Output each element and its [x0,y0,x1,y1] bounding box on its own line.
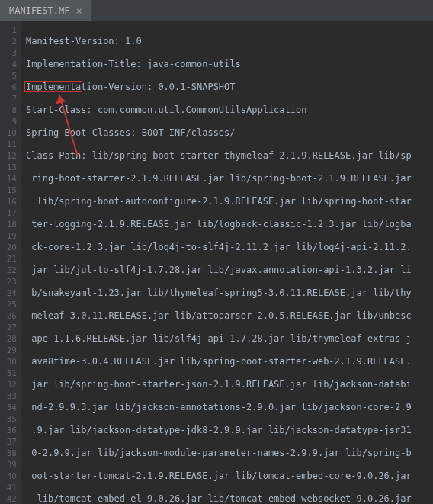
editor-content[interactable]: Manifest-Version: 1.0 Implementation-Tit… [21,21,433,504]
line-number: 29 [0,345,21,356]
code-line: ter-logging-2.1.9.RELEASE.jar lib/logbac… [26,219,433,230]
code-line: Class-Path: lib/spring-boot-starter-thym… [26,150,433,162]
line-gutter: 1 2 3 4 5 6 7 8 9 10 11 12 13 14 15 16 1… [0,21,21,504]
tab-bar: MANIFEST.MF × [0,0,433,21]
line-number: 5 [0,70,21,82]
line-number: 42 [0,493,21,504]
code-line: Spring-Boot-Classes: BOOT-INF/classes/ [26,127,433,139]
file-tab[interactable]: MANIFEST.MF × [0,0,91,21]
code-line: jar lib/spring-boot-starter-json-2.1.9.R… [26,379,433,390]
line-number: 8 [0,104,21,116]
code-line: lib/spring-boot-autoconfigure-2.1.9.RELE… [26,196,433,207]
line-number: 38 [0,448,21,459]
code-line: ck-core-1.2.3.jar lib/log4j-to-slf4j-2.1… [26,242,433,253]
code-line: lib/tomcat-embed-el-9.0.26.jar lib/tomca… [26,493,433,504]
line-number: 4 [0,59,21,70]
code-line: ring-boot-starter-2.1.9.RELEASE.jar lib/… [26,173,433,185]
editor-area: 1 2 3 4 5 6 7 8 9 10 11 12 13 14 15 16 1… [0,21,433,504]
line-number: 13 [0,162,21,173]
code-line: jar lib/jul-to-slf4j-1.7.28.jar lib/java… [26,265,433,276]
line-number: 32 [0,379,21,390]
line-number: 3 [0,47,21,59]
line-number: 7 [0,93,21,104]
line-number: 37 [0,436,21,448]
code-line: .9.jar lib/jackson-datatype-jdk8-2.9.9.j… [26,425,433,436]
line-number: 41 [0,482,21,493]
line-number: 23 [0,276,21,287]
line-number: 6 [0,82,21,93]
code-line: nd-2.9.9.3.jar lib/jackson-annotations-2… [26,402,433,413]
code-line: 0-2.9.9.jar lib/jackson-module-parameter… [26,448,433,459]
line-number: 11 [0,139,21,150]
line-number: 28 [0,333,21,345]
line-number: 40 [0,470,21,482]
close-icon[interactable]: × [75,5,82,16]
line-number: 10 [0,127,21,139]
code-line: Start-Class: com.common.util.CommonUtils… [26,104,433,116]
code-line: ape-1.1.6.RELEASE.jar lib/slf4j-api-1.7.… [26,333,433,345]
line-number: 14 [0,173,21,185]
line-number: 12 [0,150,21,162]
code-line: Implementation-Version: 0.0.1-SNAPSHOT [26,82,433,93]
line-number: 24 [0,287,21,299]
line-number: 35 [0,413,21,425]
line-number: 33 [0,390,21,402]
line-number: 2 [0,36,21,47]
tab-title: MANIFEST.MF [9,5,69,16]
line-number: 9 [0,116,21,127]
code-line: b/snakeyaml-1.23.jar lib/thymeleaf-sprin… [26,287,433,299]
line-number: 15 [0,185,21,196]
line-number: 18 [0,219,21,230]
line-number: 20 [0,242,21,253]
line-number: 26 [0,310,21,322]
code-line: Implementation-Title: java-common-utils [26,59,433,70]
line-number: 27 [0,322,21,333]
line-number: 34 [0,402,21,413]
code-line: ava8time-3.0.4.RELEASE.jar lib/spring-bo… [26,356,433,368]
line-number: 1 [0,24,21,36]
line-number: 16 [0,196,21,207]
code-line: Manifest-Version: 1.0 [26,36,433,47]
line-number: 17 [0,207,21,219]
line-number: 22 [0,265,21,276]
line-number: 36 [0,425,21,436]
line-number: 19 [0,230,21,242]
line-number: 39 [0,459,21,470]
line-number: 21 [0,253,21,265]
line-number: 25 [0,299,21,310]
line-number: 31 [0,368,21,379]
code-line: oot-starter-tomcat-2.1.9.RELEASE.jar lib… [26,470,433,482]
code-line: meleaf-3.0.11.RELEASE.jar lib/attoparser… [26,310,433,322]
line-number: 30 [0,356,21,368]
